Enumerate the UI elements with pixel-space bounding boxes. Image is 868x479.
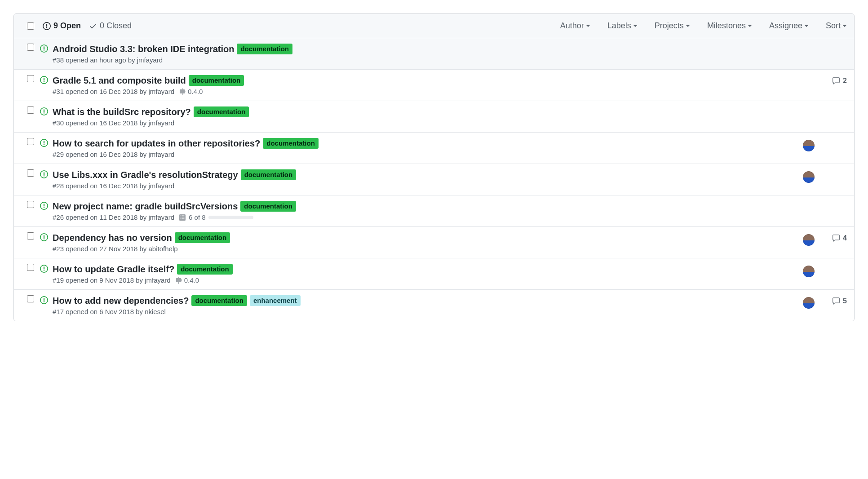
- assignee-avatar[interactable]: [803, 171, 815, 183]
- select-all-col: [21, 22, 40, 30]
- closed-count: 0 Closed: [100, 21, 132, 31]
- filter-labels[interactable]: Labels: [607, 21, 638, 31]
- comments-link[interactable]: 5: [827, 297, 847, 305]
- issue-open-icon: [40, 232, 53, 253]
- issue-title-link[interactable]: Use Libs.xxx in Gradle's resolutionStrat…: [53, 170, 238, 180]
- issue-meta: #19 opened on 9 Nov 2018 by jmfayard: [53, 276, 171, 284]
- issue-open-icon: [40, 106, 53, 127]
- issue-list: 9 Open 0 Closed Author Labels Projects M…: [13, 13, 855, 321]
- open-tab[interactable]: 9 Open: [43, 21, 81, 31]
- comments-link[interactable]: 4: [827, 234, 847, 242]
- issue-title-link[interactable]: How to search for updates in other repos…: [53, 138, 260, 149]
- select-issue-checkbox[interactable]: [27, 138, 34, 145]
- label-documentation[interactable]: documentation: [189, 75, 244, 86]
- chevron-down-icon: [586, 25, 590, 27]
- issue-open-icon: [40, 138, 53, 158]
- select-issue-checkbox[interactable]: [27, 169, 34, 177]
- issue-meta: #26 opened on 11 Dec 2018 by jmfayard: [53, 213, 174, 221]
- comments-link[interactable]: 2: [827, 77, 847, 85]
- label-documentation[interactable]: documentation: [240, 201, 296, 212]
- select-issue-checkbox[interactable]: [27, 264, 34, 271]
- label-documentation[interactable]: documentation: [194, 106, 249, 117]
- issue-row: Use Libs.xxx in Gradle's resolutionStrat…: [14, 164, 854, 195]
- issue-title-link[interactable]: Dependency has no version: [53, 233, 172, 243]
- select-issue-checkbox[interactable]: [27, 75, 34, 82]
- label-documentation[interactable]: documentation: [237, 44, 292, 54]
- chevron-down-icon: [633, 25, 638, 27]
- comment-icon: [832, 234, 840, 242]
- issue-title-link[interactable]: New project name: gradle buildSrcVersion…: [53, 201, 238, 212]
- filter-projects[interactable]: Projects: [655, 21, 690, 31]
- filter-assignee[interactable]: Assignee: [769, 21, 809, 31]
- label-documentation[interactable]: documentation: [263, 138, 319, 149]
- select-issue-checkbox[interactable]: [27, 106, 34, 114]
- issue-meta: #28 opened on 16 Dec 2018 by jmfayard: [53, 182, 174, 190]
- issue-title-link[interactable]: How to add new dependencies?: [53, 296, 189, 306]
- issue-row: What is the buildSrc repository? documen…: [14, 101, 854, 133]
- issue-meta: #17 opened on 6 Nov 2018 by nkiesel: [53, 308, 166, 315]
- issue-open-icon: [40, 169, 53, 190]
- issue-open-icon: [40, 201, 53, 221]
- closed-tab[interactable]: 0 Closed: [89, 21, 132, 31]
- chevron-down-icon: [804, 25, 809, 27]
- select-issue-checkbox[interactable]: [27, 232, 34, 240]
- issue-title-link[interactable]: Android Studio 3.3: broken IDE integrati…: [53, 44, 234, 54]
- issue-row: How to add new dependencies? documentati…: [14, 290, 854, 321]
- label-enhancement[interactable]: enhancement: [250, 295, 301, 306]
- issue-row: Gradle 5.1 and composite build documenta…: [14, 70, 854, 101]
- issue-row: How to search for updates in other repos…: [14, 133, 854, 164]
- issue-title-link[interactable]: How to update Gradle itself?: [53, 264, 174, 275]
- issue-meta: #23 opened on 27 Nov 2018 by abitofhelp: [53, 245, 178, 253]
- issue-open-icon: [40, 295, 53, 315]
- check-icon: [89, 22, 97, 30]
- chevron-down-icon: [842, 25, 847, 27]
- issue-title-link[interactable]: Gradle 5.1 and composite build: [53, 75, 186, 86]
- checklist-icon: [179, 214, 186, 221]
- select-issue-checkbox[interactable]: [27, 44, 34, 51]
- state-tabs: 9 Open 0 Closed: [43, 21, 132, 31]
- select-issue-checkbox[interactable]: [27, 201, 34, 208]
- issue-row: Dependency has no version documentation …: [14, 227, 854, 258]
- label-documentation[interactable]: documentation: [241, 169, 297, 180]
- label-documentation[interactable]: documentation: [175, 232, 230, 243]
- issue-title-link[interactable]: What is the buildSrc repository?: [53, 107, 191, 117]
- chevron-down-icon: [686, 25, 690, 27]
- issue-list-header: 9 Open 0 Closed Author Labels Projects M…: [14, 14, 854, 38]
- chevron-down-icon: [748, 25, 752, 27]
- filter-sort[interactable]: Sort: [826, 21, 847, 31]
- progress-bar: [208, 216, 253, 219]
- milestone-icon: [179, 88, 186, 95]
- filter-milestones[interactable]: Milestones: [707, 21, 752, 31]
- label-documentation[interactable]: documentation: [191, 295, 247, 306]
- label-documentation[interactable]: documentation: [177, 264, 233, 275]
- assignee-avatar[interactable]: [803, 140, 815, 151]
- issue-meta: #31 opened on 16 Dec 2018 by jmfayard: [53, 88, 174, 95]
- issue-meta: #29 opened on 16 Dec 2018 by jmfayard: [53, 151, 174, 158]
- milestone-link[interactable]: 0.4.0: [175, 276, 199, 284]
- issue-open-icon: [40, 75, 53, 95]
- issue-meta: #38 opened an hour ago by jmfayard: [53, 56, 163, 64]
- issue-row: How to update Gradle itself? documentati…: [14, 258, 854, 290]
- issue-meta: #30 opened on 16 Dec 2018 by jmfayard: [53, 119, 174, 127]
- issue-row: Android Studio 3.3: broken IDE integrati…: [14, 38, 854, 70]
- issue-open-icon: [40, 264, 53, 284]
- comment-icon: [832, 297, 840, 305]
- milestone-link[interactable]: 0.4.0: [179, 88, 203, 95]
- issue-row: New project name: gradle buildSrcVersion…: [14, 195, 854, 227]
- select-all-checkbox[interactable]: [27, 22, 34, 30]
- filter-author[interactable]: Author: [560, 21, 590, 31]
- select-issue-checkbox[interactable]: [27, 295, 34, 302]
- milestone-icon: [175, 277, 182, 284]
- filter-bar: Author Labels Projects Milestones Assign…: [560, 21, 847, 31]
- issue-open-icon: [43, 22, 51, 30]
- comment-icon: [832, 77, 840, 85]
- open-count: 9 Open: [53, 21, 81, 31]
- assignee-avatar[interactable]: [803, 266, 815, 277]
- assignee-avatar[interactable]: [803, 297, 815, 309]
- tasks-indicator[interactable]: 6 of 8: [179, 213, 253, 221]
- issue-open-icon: [40, 44, 53, 64]
- assignee-avatar[interactable]: [803, 234, 815, 246]
